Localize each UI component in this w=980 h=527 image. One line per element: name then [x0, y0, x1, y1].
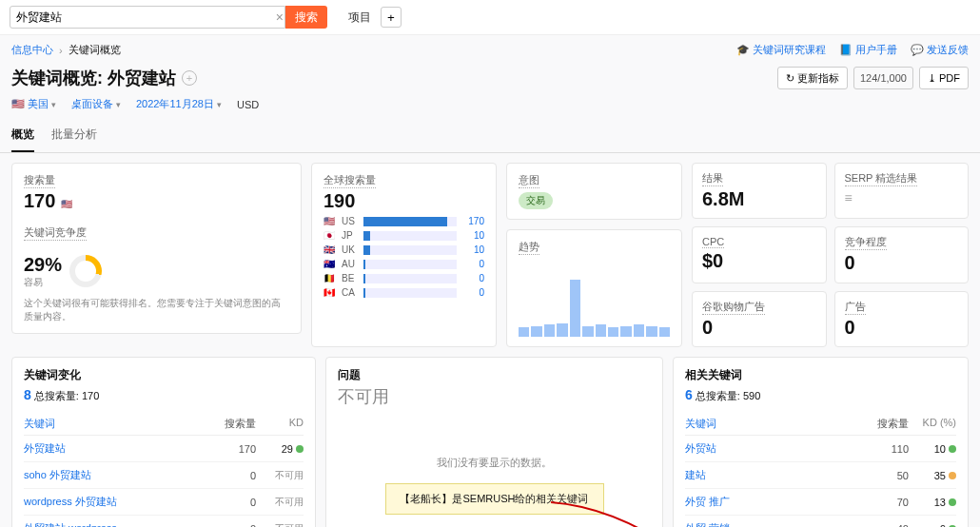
global-volume-label: 全球搜索量	[323, 173, 376, 188]
annotation-callout: 【老船长】是SEMRUSH给的相关关键词	[385, 483, 604, 515]
manual-link[interactable]: 📘 用户手册	[839, 43, 897, 57]
add-project-button[interactable]: +	[381, 7, 402, 28]
add-keyword-icon[interactable]: +	[182, 70, 197, 86]
intent-label: 意图	[519, 173, 539, 188]
trend-label: 趋势	[519, 240, 539, 255]
currency-filter[interactable]: USD	[237, 99, 259, 110]
global-volume-value: 190	[323, 190, 484, 212]
country-filter[interactable]: 🇺🇸 美国 ▾	[11, 97, 56, 111]
related-panel: 相关关键词 6 总搜索量: 590 关键词搜索量KD (%) 外贸站11010 …	[673, 357, 969, 527]
cpc-card: CPC$0	[692, 226, 827, 283]
table-row: 外贸 营销409	[685, 516, 956, 527]
keyword-link[interactable]: 外贸建站 wordpress	[24, 521, 208, 527]
course-link[interactable]: 🎓 关键词研究课程	[736, 43, 826, 57]
feedback-link[interactable]: 💬 发送反馈	[911, 43, 969, 57]
search-button[interactable]: 搜索	[285, 6, 327, 29]
arrow-icon	[546, 498, 679, 527]
intent-card: 意图 交易	[506, 163, 682, 220]
clear-icon[interactable]: ×	[276, 10, 284, 25]
chevron-down-icon: ▾	[51, 100, 56, 109]
kd-value: 29%	[24, 254, 62, 276]
ads-card: 广告0	[834, 291, 970, 347]
global-volume-card: 全球搜索量 190 🇺🇸US170🇯🇵JP10🇬🇧UK10🇦🇺AU0🇧🇪BE0🇨…	[311, 163, 497, 347]
page-title: 关键词概览: 外贸建站	[11, 67, 176, 89]
search-input[interactable]	[10, 6, 285, 29]
table-row: 外贸建站17029	[24, 436, 304, 462]
chevron-right-icon: ›	[59, 45, 63, 56]
breadcrumb-current: 关键词概览	[69, 43, 121, 57]
keyword-link[interactable]: 外贸建站	[24, 441, 208, 456]
volume-card: 搜索量 170 🇺🇸 关键词竞争度 29% 容易 这个关键词很有可能获得排名。您…	[11, 163, 302, 334]
table-row: 外贸站11010	[685, 436, 956, 462]
breadcrumb-home[interactable]: 信息中心	[11, 43, 53, 57]
volume-value: 170 🇺🇸	[24, 190, 289, 212]
variations-panel: 关键词变化 8 总搜索量: 170 关键词搜索量KD 外贸建站17029 soh…	[11, 357, 316, 527]
global-row: 🇺🇸US170	[323, 216, 484, 226]
global-row: 🇦🇺AU0	[323, 259, 484, 269]
questions-na: 不可用	[338, 385, 651, 408]
comp-card: 竞争程度0	[834, 226, 970, 283]
kd-donut-icon	[69, 255, 102, 287]
date-filter[interactable]: 2022年11月28日 ▾	[136, 97, 222, 111]
global-row: 🇨🇦CA0	[323, 287, 484, 298]
questions-title: 问题	[338, 367, 651, 383]
tab-bulk[interactable]: 批量分析	[51, 119, 97, 152]
keyword-link[interactable]: 外贸 推广	[685, 495, 861, 509]
no-data-msg: 我们没有要显示的数据。	[338, 456, 651, 470]
keyword-link[interactable]: wordpress 外贸建站	[24, 495, 208, 509]
global-row: 🇬🇧UK10	[323, 244, 484, 255]
table-row: wordpress 外贸建站0不可用	[24, 489, 304, 516]
keyword-link[interactable]: 建站	[685, 468, 861, 482]
keyword-link[interactable]: 外贸站	[685, 441, 861, 456]
device-filter[interactable]: 桌面设备 ▾	[71, 97, 121, 111]
quota-badge: 124/1,000	[853, 67, 913, 89]
tab-overview[interactable]: 概览	[11, 119, 34, 152]
table-row: 外贸 推广7013	[685, 489, 956, 516]
trend-card: 趋势	[506, 229, 682, 347]
pla-card: 谷歌购物广告0	[692, 291, 827, 347]
results-card: 结果6.8M	[692, 163, 827, 219]
table-row: soho 外贸建站0不可用	[24, 462, 304, 489]
kd-note: 这个关键词很有可能获得排名。您需要专注于关键词意图的高质量内容。	[24, 297, 289, 323]
table-row: 外贸建站 wordpress0不可用	[24, 516, 304, 527]
questions-panel: 问题 不可用 我们没有要显示的数据。 【老船长】是SEMRUSH给的相关关键词	[325, 357, 663, 527]
refresh-button[interactable]: ↻ 更新指标	[777, 67, 848, 89]
global-row: 🇧🇪BE0	[323, 273, 484, 283]
variations-title: 关键词变化	[24, 367, 304, 383]
project-label: 项目	[348, 10, 371, 26]
keyword-link[interactable]: soho 外贸建站	[24, 468, 208, 482]
pdf-button[interactable]: ⤓ PDF	[919, 67, 969, 89]
kd-label: 关键词竞争度	[24, 225, 87, 241]
intent-pill: 交易	[519, 192, 553, 209]
kd-level: 容易	[24, 276, 62, 289]
volume-label: 搜索量	[24, 173, 55, 188]
related-title: 相关关键词	[685, 367, 956, 383]
serp-card: SERP 精选结果≡	[834, 163, 970, 219]
keyword-link[interactable]: 外贸 营销	[685, 521, 861, 527]
global-row: 🇯🇵JP10	[323, 230, 484, 241]
table-row: 建站5035	[685, 462, 956, 489]
